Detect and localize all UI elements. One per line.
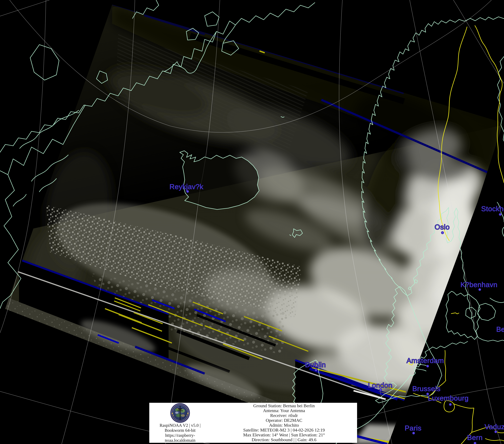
composite-satellite-map: Reykjav?kOsloStockholmK?benhavnBerlinAms… [0,0,504,444]
city-marker-vaduz: Vaduz [485,423,504,433]
city-label-london: London [368,381,392,389]
city-dot-reykjav-k [186,190,189,193]
denmark-germany-border [451,313,459,314]
city-label-dublin: Dublin [305,361,326,369]
city-dot-paris [413,432,415,434]
city-label-luxembourg: Luxembourg [428,394,468,402]
city-dot-vaduz [495,431,497,433]
station-software-info: RaspiNOAA V2 | v5.0 |Bookworm 64-bithttp… [160,423,200,443]
city-dot-k-benhavn [479,288,481,291]
city-dot-dublin [315,369,317,371]
info-line: Bookworm 64-bit [160,428,200,433]
station-pass-info: Ground Station: Bernau bei BerlinAntenna… [211,403,357,443]
city-label-paris: Paris [405,424,421,432]
city-marker-bern: Bern [467,433,483,444]
info-line: Operator: DE2MAC [211,418,357,423]
luxembourg-border [444,401,454,412]
denmark-funen [466,307,476,318]
alps-border [485,439,504,441]
city-marker-luxembourg: Luxembourg [428,394,468,406]
city-label-amsterdam: Amsterdam [407,357,444,365]
info-box: RaspiNOAA V2 | v5.0 |Bookworm 64-bithttp… [149,403,357,443]
city-marker-paris: Paris [405,424,421,434]
city-marker-stockholm: Stockholm [481,205,504,216]
info-line: Receiver: rtlsdr [211,413,357,418]
info-line: Ground Station: Bernau bei Berlin [211,403,357,408]
city-label-vaduz: Vaduz [485,423,504,431]
city-dot-bern [474,442,476,444]
city-label-brussels: Brussels [412,385,441,392]
city-marker-berlin: Berlin [496,325,504,333]
denmark-zealand [478,303,496,321]
info-line: RaspiNOAA V2 | v5.0 | [160,423,200,428]
city-label-oslo: Oslo [435,223,450,231]
info-line: Antenna: Your Antenna [211,408,357,413]
info-box-left-column: RaspiNOAA V2 | v5.0 |Bookworm 64-bithttp… [149,403,211,443]
city-dot-amsterdam [427,365,429,367]
info-line: Max Elevation: 14° West | Sun Elevation:… [211,432,357,437]
city-label-k-benhavn: K?benhavn [460,281,497,289]
city-marker-brussels: Brussels [412,385,441,395]
denmark-jutland [446,291,480,339]
city-label-berlin: Berlin [496,325,504,333]
info-line: Admin: Mochito [211,423,357,427]
city-label-stockholm: Stockholm [481,205,504,212]
city-dot-oslo [441,232,444,234]
sweden-scania-coast [490,298,504,303]
info-line: Satellite: METEOR-M2 3 | 04-02-2026 12:1… [211,427,357,432]
city-label-bern: Bern [467,433,483,441]
satellite-capture-screen: { "colors": { "coastline": "#b5ebcf", "b… [0,0,504,444]
raspinoaa-logo [170,403,190,423]
netherlands-germany-border [445,350,446,381]
city-dot-stockholm [499,213,502,216]
info-line: Direction: Southbound | | Gain: 49.6 [211,437,357,442]
city-dot-luxembourg [449,403,452,406]
city-label-reykjav-k: Reykjav?k [169,183,203,191]
info-line: noaa.localdomain [160,438,200,443]
info-line: https://raspberry- [160,433,200,438]
satellite-swath-image [0,0,504,444]
